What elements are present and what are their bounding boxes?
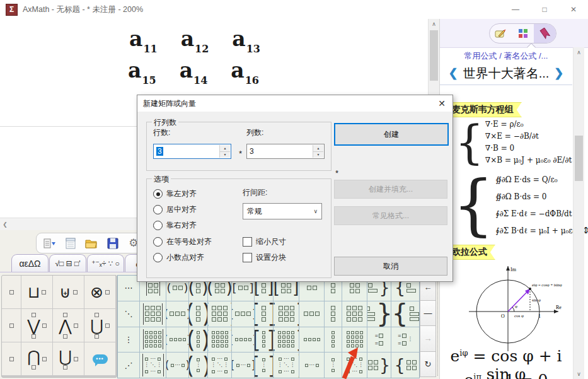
big-intersection-button[interactable]: ⋂	[21, 342, 52, 375]
maxwell-differential-group[interactable]: { ∇·E = ρ/ε₀∇×E = −∂B/∂t∇·B = 0∇×B = μ₀J…	[455, 119, 572, 166]
matrix-template[interactable]: }	[367, 353, 391, 378]
new-file-button[interactable]	[62, 235, 79, 252]
rows-spinner[interactable]: ▲ ▼	[219, 145, 230, 158]
matrix-template[interactable]: [⋮]	[255, 353, 273, 378]
row-spacing-select[interactable]: 常规 ∨	[243, 203, 322, 219]
tab-operators[interactable]: ⁺⁻ₓ÷ ∵ ○	[87, 254, 124, 272]
matrix-template[interactable]: ()	[166, 327, 188, 353]
radio-align-right[interactable]: 靠右对齐	[153, 220, 197, 231]
multiset-union-button[interactable]: ⊎	[53, 276, 84, 308]
create-button[interactable]: 创建	[334, 123, 449, 146]
radio-align-decimal[interactable]: 小数点对齐	[153, 252, 204, 263]
scrollbar-thumb[interactable]	[575, 136, 583, 181]
matrix-template[interactable]: ⋯	[118, 276, 139, 301]
matrix-template[interactable]: ⋮	[118, 327, 139, 353]
matrix-template[interactable]: {	[391, 353, 419, 378]
matrix-template[interactable]: [⋯⋮⋱⋮⋯]	[274, 353, 299, 378]
matrix-template[interactable]	[299, 301, 324, 327]
euler-unit-circle-diagram[interactable]: Im Re O 1 φ cos φ sin φ eiφ = cosφ + isi…	[464, 260, 565, 355]
close-button[interactable]: ✕	[559, 0, 588, 19]
bookmark-icon[interactable]	[534, 24, 556, 43]
checkbox-set-blocks[interactable]: 设置分块	[243, 252, 286, 263]
radio-align-center[interactable]: 居中对齐	[153, 204, 197, 215]
scrollbar-thumb[interactable]	[430, 30, 438, 81]
matrix-template[interactable]: }	[367, 301, 391, 327]
menu-button[interactable]	[41, 235, 59, 252]
rotate-arrow-button[interactable]: ↻	[420, 351, 436, 378]
matrix-template[interactable]: []	[255, 327, 273, 353]
matrix-template[interactable]: ==	[367, 327, 391, 353]
square-cup-button[interactable]: ⊔	[21, 276, 52, 308]
formula-pager: ❮ 世界十大著名... ❯	[440, 62, 572, 85]
checkbox-shrink-size[interactable]: 缩小尺寸	[243, 236, 286, 247]
next-page-icon[interactable]: ❯	[554, 66, 563, 80]
partial-symbol-button[interactable]	[2, 309, 21, 342]
matrix-template[interactable]: ⋱	[118, 301, 139, 327]
scroll-up-icon[interactable]: ∧	[574, 47, 584, 57]
scroll-down-icon[interactable]: ∨	[574, 369, 584, 379]
matrix-template[interactable]: (⋯⋮⋱⋮⋯)	[208, 353, 231, 378]
cols-spinner[interactable]: ▲ ▼	[313, 145, 323, 158]
matrix-cell: a16	[231, 58, 259, 83]
comment-bubble-button[interactable]: •••	[84, 342, 115, 375]
euler-identity[interactable]: eiπ + 1 = 0	[440, 371, 572, 379]
tab-greek-symbols[interactable]: αεΔΩ	[11, 254, 49, 272]
big-union-limits-button[interactable]: ⋃	[84, 309, 115, 342]
matrix-template[interactable]: ⋰	[118, 353, 139, 378]
matrix-template[interactable]: ()	[189, 327, 207, 353]
minimize-button[interactable]: —	[501, 0, 530, 19]
matrix-template[interactable]: [⋯]	[232, 353, 254, 378]
sidebar-scrollbar[interactable]: ∧ ∨	[573, 47, 584, 379]
matrix-template[interactable]	[325, 301, 342, 327]
prev-page-icon[interactable]: ❮	[449, 66, 458, 80]
right-arrow-button[interactable]: →	[420, 325, 436, 352]
circled-times-button[interactable]: ⊗	[84, 276, 115, 308]
matrix-template[interactable]: []	[255, 301, 273, 327]
matrix-template[interactable]	[140, 301, 166, 327]
matrix-template[interactable]: (⋯)	[166, 353, 188, 378]
maximize-button[interactable]: □	[530, 0, 559, 19]
matrix-template[interactable]	[299, 327, 324, 353]
scroll-left-icon[interactable]: ❮	[0, 221, 10, 228]
matrix-template[interactable]: ⋯	[299, 353, 324, 378]
matrix-template[interactable]	[140, 327, 166, 353]
rows-input[interactable]: 3 ▲ ▼	[153, 144, 231, 159]
partial-symbol-button[interactable]	[2, 276, 21, 308]
tab-templates[interactable]: √□ ⊟ □'	[49, 254, 86, 272]
matrix-template[interactable]: ()	[189, 301, 207, 327]
big-wedge-button[interactable]: ⋀	[53, 309, 84, 342]
common-formats-button[interactable]: 常见格式...	[334, 206, 447, 225]
matrix-template[interactable]: []	[232, 301, 254, 327]
big-vee-button[interactable]: ⋁	[21, 309, 52, 342]
app-window: { "window": { "title": "AxMath - 无标题 - *…	[0, 0, 588, 379]
matrix-template[interactable]: ()	[208, 327, 231, 353]
matrix-template[interactable]	[342, 301, 367, 327]
matrix-template[interactable]: ()	[208, 301, 231, 327]
matrix-template[interactable]: []	[274, 301, 299, 327]
maxwell-integral-group[interactable]: { ∯∂Ω E·ds = Q/ε₀∯∂Ω B·ds = 0∮∂Σ E·dℓ = …	[453, 172, 588, 240]
open-file-button[interactable]	[83, 235, 100, 252]
radio-align-at-equals[interactable]: 在等号处对齐	[153, 236, 212, 247]
matrix-template[interactable]: []	[274, 327, 299, 353]
symbol-grid-icon[interactable]	[512, 24, 534, 43]
create-and-fill-button[interactable]: 创建并填充...	[334, 180, 447, 199]
dialog-close-button[interactable]: ✕	[435, 97, 449, 110]
cols-input[interactable]: 3 ▲ ▼	[246, 144, 325, 159]
dash-button[interactable]: —	[420, 300, 436, 327]
partial-symbol-button[interactable]	[2, 342, 21, 375]
scroll-up-icon[interactable]: ∧	[429, 19, 439, 29]
matrix-template[interactable]: ⋯⋮⋱⋮⋯	[140, 353, 166, 378]
save-button[interactable]	[104, 235, 122, 252]
cancel-button[interactable]: 取消	[334, 257, 447, 276]
radio-align-left[interactable]: 靠左对齐	[153, 189, 197, 199]
matrix-template[interactable]: {	[391, 301, 419, 327]
big-union-button[interactable]: ⋃	[53, 342, 84, 375]
matrix-template[interactable]: (⋮)	[189, 353, 207, 378]
handwriting-input-icon[interactable]	[490, 24, 512, 43]
panel-separator	[437, 276, 438, 376]
matrix-template[interactable]: ()	[166, 301, 188, 327]
brace: {	[453, 176, 494, 235]
breadcrumb[interactable]: 常用公式 / 著名公式 /...	[440, 50, 572, 62]
matrix-template[interactable]: []	[232, 327, 254, 353]
matrix-template[interactable]: ==⋮	[391, 327, 419, 353]
